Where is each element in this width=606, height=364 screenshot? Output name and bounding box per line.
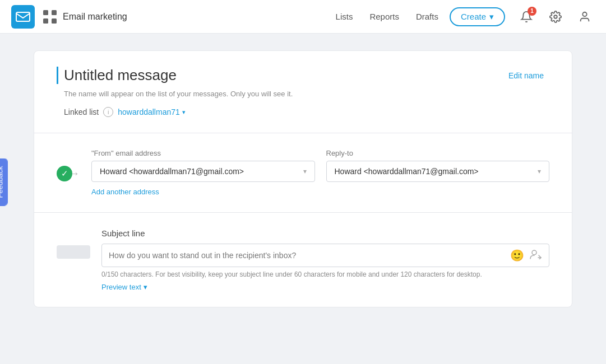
top-navigation: Email marketing Lists Reports Drafts Cre… — [0, 0, 606, 34]
svg-rect-4 — [52, 18, 57, 24]
subject-input[interactable] — [109, 244, 510, 267]
title-section: Untitled message Edit name The name will… — [34, 51, 572, 133]
main-content: Untitled message Edit name The name will… — [0, 34, 606, 324]
reply-to-select[interactable]: Howard <howarddallman71@gmail.com> ▾ — [326, 161, 550, 182]
subject-fields-container: Subject line 🙂 — [101, 228, 549, 291]
svg-point-7 — [532, 250, 536, 255]
nav-link-reports[interactable]: Reports — [369, 12, 399, 21]
svg-rect-0 — [16, 12, 30, 21]
preview-text-button[interactable]: Preview text ▾ — [101, 283, 147, 291]
nav-links: Lists Reports Drafts — [336, 12, 438, 21]
add-address-button[interactable]: Add another address — [91, 188, 159, 196]
subject-input-wrapper: 🙂 — [101, 244, 549, 267]
from-email-label: "From" email address — [91, 149, 315, 157]
reply-to-chevron-icon: ▾ — [538, 167, 541, 175]
nav-link-lists[interactable]: Lists — [336, 12, 353, 21]
subject-icon-placeholder — [57, 245, 90, 259]
title-description: The name will appear on the list of your… — [57, 90, 549, 98]
preview-text-chevron-icon: ▾ — [144, 283, 147, 291]
subject-icon-area — [57, 245, 90, 259]
feedback-tab[interactable]: Feedback — [0, 158, 8, 206]
from-section: ✓ → "From" email address Howard <howardd… — [34, 133, 572, 213]
reply-to-label: Reply-to — [326, 149, 550, 157]
brand-name: Email marketing — [63, 12, 127, 22]
from-section-icon: ✓ → — [57, 166, 80, 181]
svg-rect-3 — [43, 18, 48, 24]
subject-section: Subject line 🙂 — [34, 213, 572, 307]
from-email-chevron-icon: ▾ — [303, 167, 307, 175]
check-circle-icon: ✓ — [57, 166, 72, 181]
svg-point-5 — [554, 15, 557, 18]
from-email-field-group: "From" email address Howard <howarddallm… — [91, 149, 315, 182]
user-profile-button[interactable] — [575, 7, 595, 27]
reply-to-value: Howard <howarddallman71@gmail.com> — [335, 167, 479, 176]
notification-badge: 1 — [528, 7, 536, 16]
linked-list-chevron-icon: ▾ — [182, 109, 186, 116]
reply-to-field-group: Reply-to Howard <howarddallman71@gmail.c… — [326, 149, 550, 182]
from-email-value: Howard <howarddallman71@gmail.com> — [100, 167, 244, 176]
linked-list-info-icon[interactable]: i — [103, 107, 113, 117]
topnav-icon-group: 1 — [516, 7, 595, 27]
linked-list-label: Linked list — [64, 108, 99, 116]
linked-list-value[interactable]: howarddallman71 ▾ — [118, 108, 186, 116]
subject-hint: 0/150 characters. For best visibility, k… — [101, 270, 549, 278]
svg-rect-1 — [43, 10, 48, 15]
create-button[interactable]: Create ▾ — [450, 7, 505, 26]
svg-point-6 — [582, 12, 586, 16]
grid-icon[interactable] — [41, 8, 58, 25]
personalization-icon[interactable] — [530, 249, 542, 262]
message-title: Untitled message — [57, 67, 177, 84]
settings-button[interactable] — [545, 7, 566, 27]
subject-label: Subject line — [101, 228, 549, 238]
nav-link-drafts[interactable]: Drafts — [416, 12, 438, 21]
emoji-icon[interactable]: 🙂 — [510, 249, 524, 262]
subject-input-icons: 🙂 — [510, 249, 542, 262]
app-logo — [11, 5, 35, 29]
from-fields-container: "From" email address Howard <howarddallm… — [91, 149, 549, 197]
from-email-select[interactable]: Howard <howarddallman71@gmail.com> ▾ — [91, 161, 315, 182]
svg-rect-2 — [52, 10, 57, 15]
compose-card: Untitled message Edit name The name will… — [34, 50, 572, 307]
notifications-button[interactable]: 1 — [516, 7, 536, 27]
edit-name-button[interactable]: Edit name — [508, 71, 544, 80]
